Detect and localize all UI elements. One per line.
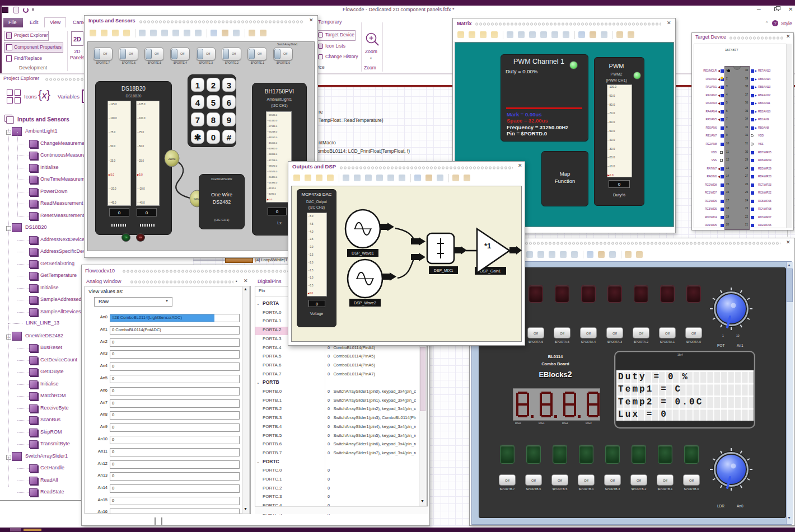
svg-text:DSP_Wave2: DSP_Wave2 <box>354 301 376 305</box>
svg-text:*1: *1 <box>484 242 491 250</box>
svg-text:DSP_Wave1: DSP_Wave1 <box>352 251 374 256</box>
svg-text:DSP_MIX1: DSP_MIX1 <box>434 269 453 273</box>
svg-text:DSP_Gain1: DSP_Gain1 <box>480 269 501 274</box>
svg-text:2Wire: 2Wire <box>168 157 175 161</box>
